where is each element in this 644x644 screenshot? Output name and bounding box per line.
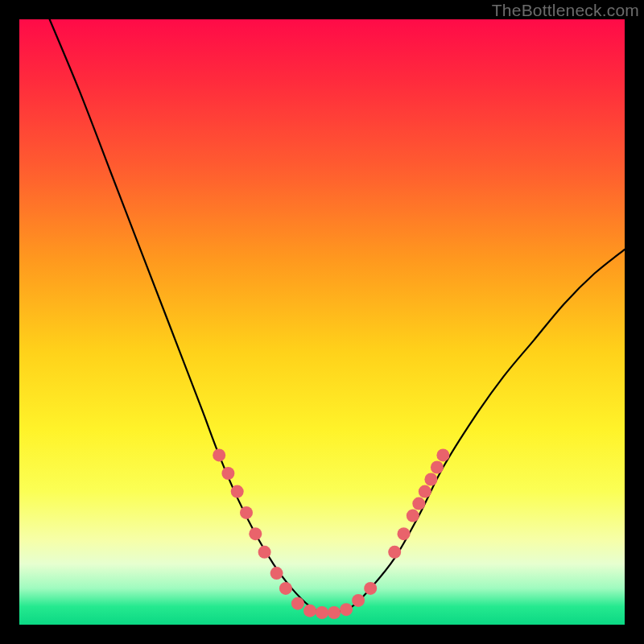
data-marker	[279, 582, 292, 595]
data-marker	[388, 546, 401, 559]
bottleneck-curve	[50, 19, 625, 613]
data-marker	[419, 485, 431, 498]
data-marker	[270, 567, 283, 580]
data-marker	[436, 448, 449, 461]
data-marker	[398, 527, 411, 540]
watermark-text: TheBottleneck.com	[492, 1, 639, 20]
data-marker	[291, 597, 304, 610]
plot-area	[19, 19, 625, 625]
data-marker	[240, 506, 253, 519]
data-marker	[303, 605, 316, 617]
chart-svg	[19, 19, 625, 625]
data-marker	[328, 606, 341, 619]
data-marker	[364, 582, 377, 595]
data-marker	[407, 510, 419, 522]
chart-frame: TheBottleneck.com	[0, 0, 644, 644]
data-marker	[412, 497, 425, 510]
data-marker	[249, 527, 262, 540]
data-marker	[431, 461, 444, 474]
data-marker	[352, 594, 365, 607]
data-marker	[424, 473, 437, 486]
marker-group	[213, 448, 449, 619]
data-marker	[221, 467, 234, 480]
data-marker	[231, 485, 244, 498]
data-marker	[340, 603, 353, 616]
data-marker	[316, 606, 328, 619]
data-marker	[213, 448, 225, 461]
data-marker	[258, 546, 271, 559]
